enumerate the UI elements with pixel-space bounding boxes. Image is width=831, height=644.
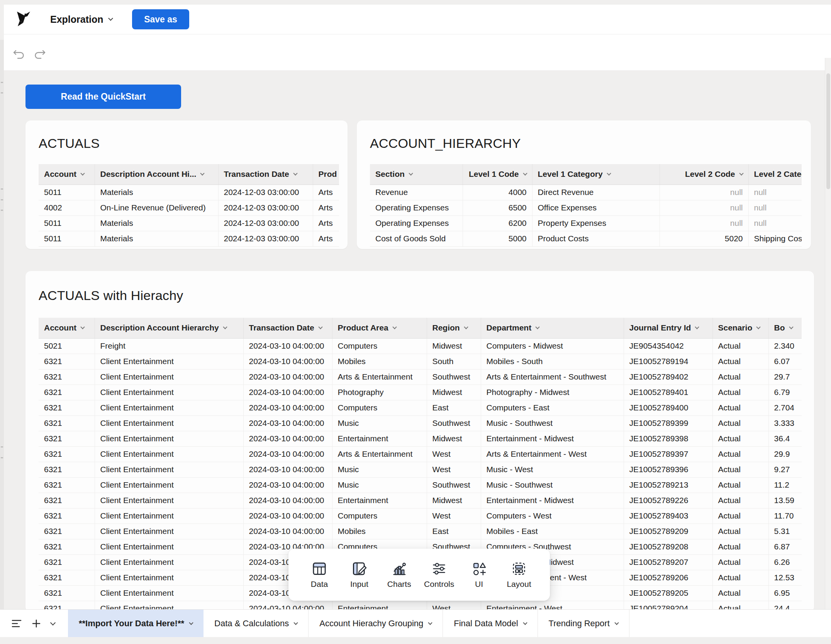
read-quickstart-button[interactable]: Read the QuickStart bbox=[25, 85, 181, 109]
table-cell[interactable]: 2024-03-10 04:00:00 bbox=[243, 431, 332, 446]
table-cell[interactable]: Client Entertainment bbox=[95, 415, 243, 431]
table-cell[interactable]: 6321 bbox=[39, 554, 95, 570]
table-cell[interactable]: JE10052789396 bbox=[624, 462, 712, 477]
table-cell[interactable]: Actual bbox=[712, 369, 768, 385]
table-cell[interactable]: 2.704 bbox=[768, 400, 802, 415]
table-cell[interactable]: JE10052789397 bbox=[624, 446, 712, 462]
table-cell[interactable]: Music bbox=[332, 462, 427, 477]
insert-data-button[interactable]: Data bbox=[302, 561, 337, 589]
table-cell[interactable]: 6321 bbox=[39, 570, 95, 585]
table-cell[interactable]: 6321 bbox=[39, 585, 95, 601]
table-cell[interactable]: Direct Revenue bbox=[532, 185, 660, 200]
table-cell[interactable]: Product Costs bbox=[532, 231, 660, 246]
table-cell[interactable]: Photography - Midwest bbox=[481, 385, 624, 400]
add-sheet-icon[interactable] bbox=[32, 619, 41, 628]
table-cell[interactable]: 6321 bbox=[39, 369, 95, 385]
table-cell[interactable]: 6.07 bbox=[768, 354, 802, 369]
table-cell[interactable]: null bbox=[660, 185, 748, 200]
table-cell[interactable]: Music - West bbox=[481, 462, 624, 477]
column-header-department[interactable]: Department bbox=[481, 318, 624, 338]
table-cell[interactable]: Client Entertainment bbox=[95, 462, 243, 477]
table-cell[interactable]: 5011 bbox=[39, 185, 95, 200]
table-cell[interactable]: 2024-03-10 04:00:00 bbox=[243, 477, 332, 493]
redo-icon[interactable] bbox=[33, 48, 46, 60]
table-cell[interactable]: Actual bbox=[712, 539, 768, 554]
vertical-scrollbar[interactable] bbox=[825, 58, 831, 609]
table-cell[interactable]: JE10052789403 bbox=[624, 508, 712, 524]
table-cell[interactable]: 5.31 bbox=[768, 524, 802, 539]
table-cell[interactable]: 2024-03-10 04:00:00 bbox=[243, 508, 332, 524]
table-cell[interactable]: JE10052789207 bbox=[624, 554, 712, 570]
table-cell[interactable]: JE10052789208 bbox=[624, 539, 712, 554]
table-cell[interactable]: West bbox=[427, 446, 481, 462]
table-cell[interactable]: JE10052789398 bbox=[624, 431, 712, 446]
table-cell[interactable]: JE10052789206 bbox=[624, 570, 712, 585]
insert-controls-button[interactable]: Controls bbox=[421, 561, 457, 589]
insert-layout-button[interactable]: Layout bbox=[501, 561, 537, 589]
table-cell[interactable]: 6.26 bbox=[768, 554, 802, 570]
table-cell[interactable]: 2024-03-10 04:00:00 bbox=[243, 354, 332, 369]
table-cell[interactable]: Client Entertainment bbox=[95, 369, 243, 385]
table-cell[interactable]: Materials bbox=[95, 231, 218, 246]
table-cell[interactable]: 6321 bbox=[39, 508, 95, 524]
table-cell[interactable]: 6321 bbox=[39, 354, 95, 369]
table-cell[interactable]: Computers bbox=[332, 508, 427, 524]
table-cell[interactable]: 29.7 bbox=[768, 369, 802, 385]
undo-icon[interactable] bbox=[12, 48, 25, 60]
table-cell[interactable]: Entertainment bbox=[332, 431, 427, 446]
table-cell[interactable]: Mobiles bbox=[332, 354, 427, 369]
column-header-description-account-hi[interactable]: Description Account Hi... bbox=[95, 164, 218, 185]
table-cell[interactable]: 6321 bbox=[39, 400, 95, 415]
insert-charts-button[interactable]: Charts bbox=[382, 561, 417, 589]
table-cell[interactable]: Client Entertainment bbox=[95, 385, 243, 400]
table-cell[interactable]: Computers - Midwest bbox=[481, 338, 624, 354]
table-cell[interactable]: 13.59 bbox=[768, 493, 802, 508]
table-cell[interactable]: Materials bbox=[95, 185, 218, 200]
table-cell[interactable]: Actual bbox=[712, 354, 768, 369]
table-cell[interactable]: Arts bbox=[313, 231, 339, 246]
table-cell[interactable]: Property Expenses bbox=[532, 215, 660, 231]
table-cell[interactable]: 6500 bbox=[463, 200, 532, 215]
table-cell[interactable]: Client Entertainment bbox=[95, 431, 243, 446]
table-cell[interactable]: Midwest bbox=[427, 385, 481, 400]
table-cell[interactable]: Client Entertainment bbox=[95, 554, 243, 570]
table-cell[interactable]: 11.70 bbox=[768, 508, 802, 524]
table-cell[interactable]: 6321 bbox=[39, 524, 95, 539]
tab-final-data-model[interactable]: Final Data Model bbox=[443, 610, 538, 637]
table-cell[interactable]: Arts & Entertainment bbox=[332, 369, 427, 385]
table-cell[interactable]: Music bbox=[332, 477, 427, 493]
table-cell[interactable]: Midwest bbox=[427, 431, 481, 446]
table-cell[interactable]: West bbox=[427, 462, 481, 477]
table-cell[interactable]: Actual bbox=[712, 508, 768, 524]
table-cell[interactable]: 4000 bbox=[463, 185, 532, 200]
tab-data-and-calculations[interactable]: Data & Calculations bbox=[204, 610, 309, 637]
table-cell[interactable]: Photography bbox=[332, 385, 427, 400]
column-header-level-1-code[interactable]: Level 1 Code bbox=[463, 164, 532, 185]
table-cell[interactable]: Arts & Entertainment - West bbox=[481, 446, 624, 462]
table-cell[interactable]: 5021 bbox=[39, 338, 95, 354]
table-cell[interactable]: Client Entertainment bbox=[95, 524, 243, 539]
table-cell[interactable]: null bbox=[748, 185, 802, 200]
table-cell[interactable]: null bbox=[660, 215, 748, 231]
table-cell[interactable]: Actual bbox=[712, 415, 768, 431]
table-cell[interactable]: Southwest bbox=[427, 477, 481, 493]
table-cell[interactable]: Arts & Entertainment - Southwest bbox=[481, 369, 624, 385]
table-cell[interactable]: Client Entertainment bbox=[95, 585, 243, 601]
sheet-list-icon[interactable] bbox=[12, 619, 22, 628]
table-cell[interactable]: Actual bbox=[712, 585, 768, 601]
table-cell[interactable]: JE10052789205 bbox=[624, 585, 712, 601]
table-cell[interactable]: 6.79 bbox=[768, 385, 802, 400]
table-cell[interactable]: Actual bbox=[712, 554, 768, 570]
table-cell[interactable]: 2024-03-10 04:00:00 bbox=[243, 385, 332, 400]
table-cell[interactable]: Computers bbox=[332, 400, 427, 415]
table-cell[interactable]: 6321 bbox=[39, 462, 95, 477]
table-cell[interactable]: Actual bbox=[712, 524, 768, 539]
sheet-menu-chevron-icon[interactable] bbox=[50, 620, 56, 625]
table-cell[interactable]: 6200 bbox=[463, 215, 532, 231]
table-cell[interactable]: 6321 bbox=[39, 431, 95, 446]
table-cell[interactable]: 5011 bbox=[39, 215, 95, 231]
column-header-level-2-category[interactable]: Level 2 Category bbox=[748, 164, 802, 185]
column-header-level-1-category[interactable]: Level 1 Category bbox=[532, 164, 660, 185]
table-cell[interactable]: Actual bbox=[712, 431, 768, 446]
table-cell[interactable]: Client Entertainment bbox=[95, 446, 243, 462]
